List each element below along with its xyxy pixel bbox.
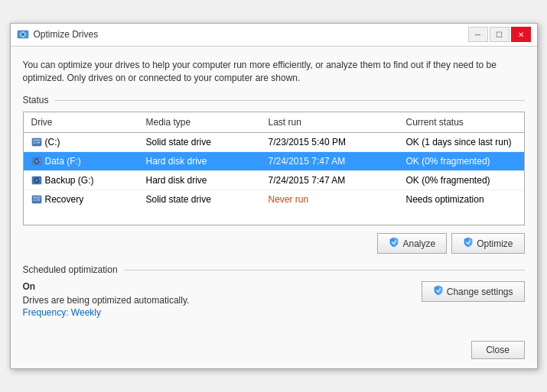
table-row[interactable]: (C:) Solid state drive 7/23/2015 5:40 PM…: [24, 133, 524, 152]
minimize-button[interactable]: ─: [468, 27, 488, 42]
optimize-button[interactable]: Optimize: [451, 233, 524, 254]
media-type-cell: Solid state drive: [143, 193, 265, 206]
svg-point-16: [36, 180, 37, 181]
hdd-icon: [31, 156, 42, 167]
table-header: Drive Media type Last run Current status: [24, 112, 524, 133]
col-current-status: Current status: [403, 115, 519, 129]
table-body: (C:) Solid state drive 7/23/2015 5:40 PM…: [24, 133, 524, 225]
status-label: Status: [23, 95, 49, 105]
footer: Close: [11, 335, 537, 368]
table-row[interactable]: Data (F:) Hard disk drive 7/24/2015 7:47…: [24, 152, 524, 171]
window-title: Optimize Drives: [34, 29, 467, 40]
drive-cell: Recovery: [28, 193, 143, 206]
optimize-shield-icon: [463, 237, 474, 250]
optimize-label: Optimize: [477, 238, 513, 249]
col-last-run: Last run: [265, 115, 403, 129]
hdd-icon: [31, 175, 42, 186]
optimize-drives-window: Optimize Drives ─ ☐ ✕ You can optimize y…: [10, 23, 538, 370]
titlebar: Optimize Drives ─ ☐ ✕: [11, 24, 537, 47]
window-icon: [17, 28, 29, 40]
media-type-cell: Solid state drive: [143, 135, 265, 149]
svg-rect-12: [39, 160, 41, 160]
ssd-icon: [31, 194, 42, 205]
media-type-cell: Hard disk drive: [143, 154, 265, 168]
drive-cell: (C:): [28, 135, 143, 149]
drives-table: Drive Media type Last run Current status: [23, 112, 525, 225]
scheduled-section-header: Scheduled optimization: [23, 264, 525, 275]
scheduled-label: Scheduled optimization: [23, 264, 118, 275]
svg-rect-4: [33, 139, 41, 141]
analyze-shield-icon: [389, 237, 399, 250]
close-window-button[interactable]: ✕: [511, 27, 531, 42]
scheduled-section: Scheduled optimization On Drives are bei…: [23, 264, 525, 318]
svg-point-2: [21, 33, 24, 36]
last-run-cell: Never run: [265, 193, 403, 206]
drive-name: Recovery: [45, 194, 84, 205]
drive-name: Data (F:): [45, 156, 81, 167]
col-drive: Drive: [28, 115, 143, 129]
status-cell: Needs optimization: [403, 193, 519, 206]
settings-shield-icon: [433, 285, 444, 298]
svg-rect-22: [38, 199, 40, 201]
drive-cell: Backup (G:): [28, 173, 143, 187]
svg-rect-6: [37, 142, 38, 144]
svg-rect-17: [39, 179, 41, 180]
table-row[interactable]: Recovery Solid state drive Never run Nee…: [24, 190, 524, 209]
svg-point-11: [36, 161, 37, 162]
svg-rect-19: [33, 196, 41, 199]
status-section-header: Status: [23, 95, 525, 105]
description-text: You can optimize your drives to help you…: [23, 59, 525, 85]
ssd-icon: [31, 137, 42, 147]
close-button[interactable]: Close: [471, 341, 525, 359]
titlebar-controls: ─ ☐ ✕: [467, 27, 531, 42]
last-run-cell: 7/24/2015 7:47 AM: [265, 154, 403, 168]
scheduled-frequency: Frequency: Weekly: [23, 307, 190, 318]
action-buttons: Analyze Optimize: [23, 233, 525, 254]
scheduled-status: On: [23, 281, 190, 292]
svg-rect-7: [38, 142, 40, 144]
scheduled-description: Drives are being optimized automatically…: [23, 295, 190, 306]
svg-rect-21: [37, 199, 38, 201]
svg-rect-5: [33, 142, 36, 144]
analyze-button[interactable]: Analyze: [377, 233, 447, 254]
change-settings-button[interactable]: Change settings: [422, 281, 525, 302]
status-divider: [55, 100, 525, 101]
last-run-cell: 7/23/2015 5:40 PM: [265, 135, 403, 149]
table-row[interactable]: Backup (G:) Hard disk drive 7/24/2015 7:…: [24, 171, 524, 190]
media-type-cell: Hard disk drive: [143, 173, 265, 187]
status-cell: OK (1 days since last run): [403, 135, 519, 149]
col-media-type: Media type: [143, 115, 265, 129]
svg-rect-20: [33, 199, 36, 201]
status-cell: OK (0% fragmented): [403, 154, 519, 168]
change-settings-label: Change settings: [447, 287, 513, 297]
drive-name: Backup (G:): [45, 175, 94, 186]
scheduled-info: On Drives are being optimized automatica…: [23, 281, 190, 318]
last-run-cell: 7/24/2015 7:47 AM: [265, 173, 403, 187]
main-content: You can optimize your drives to help you…: [11, 47, 537, 335]
drive-name: (C:): [45, 137, 60, 147]
scheduled-divider: [124, 270, 525, 271]
scheduled-content: On Drives are being optimized automatica…: [23, 281, 525, 318]
analyze-label: Analyze: [402, 238, 435, 249]
status-cell: OK (0% fragmented): [403, 173, 519, 187]
drive-cell: Data (F:): [28, 154, 143, 168]
restore-button[interactable]: ☐: [490, 27, 510, 42]
